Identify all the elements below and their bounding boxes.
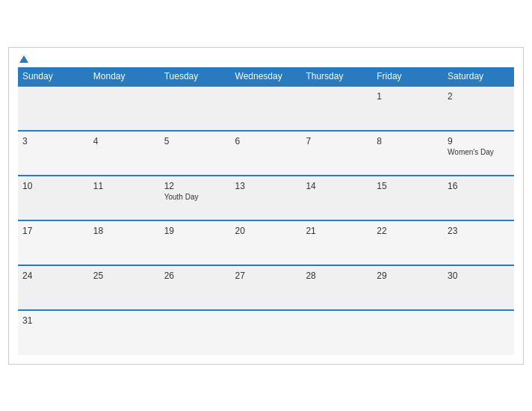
calendar-cell: 23 xyxy=(443,220,514,265)
calendar-cell: 7 xyxy=(301,131,372,176)
day-number: 26 xyxy=(164,271,226,281)
calendar-cell xyxy=(372,310,443,355)
calendar-cell xyxy=(231,310,302,355)
day-number: 29 xyxy=(377,271,439,281)
calendar-cell: 26 xyxy=(160,265,231,310)
calendar-cell: 31 xyxy=(18,310,89,355)
logo-triangle-icon xyxy=(19,55,28,63)
day-number: 24 xyxy=(22,271,84,281)
day-number: 21 xyxy=(306,226,368,236)
calendar-cell: 8 xyxy=(372,131,443,176)
day-number: 10 xyxy=(22,181,84,191)
calendar-cell: 10 xyxy=(18,176,89,220)
calendar-cell xyxy=(160,86,231,131)
calendar-cell xyxy=(301,310,372,355)
weekday-header-monday: Monday xyxy=(89,67,160,86)
day-number: 7 xyxy=(306,136,368,146)
calendar-cell: 11 xyxy=(89,176,160,220)
calendar-cell: 6 xyxy=(231,131,302,176)
calendar-cell: 25 xyxy=(89,265,160,310)
calendar-wrapper: SundayMondayTuesdayWednesdayThursdayFrid… xyxy=(8,47,524,365)
day-number: 15 xyxy=(377,181,439,191)
calendar-cell: 3 xyxy=(18,131,89,176)
calendar-cell: 24 xyxy=(18,265,89,310)
calendar-cell xyxy=(301,86,372,131)
calendar-cell: 28 xyxy=(301,265,372,310)
week-row-3: 101112Youth Day13141516 xyxy=(18,176,514,220)
calendar-cell: 1 xyxy=(372,86,443,131)
calendar-cell xyxy=(89,86,160,131)
calendar-cell: 15 xyxy=(372,176,443,220)
day-number: 19 xyxy=(164,226,226,236)
day-number: 3 xyxy=(22,136,84,146)
calendar-cell xyxy=(160,310,231,355)
calendar-cell: 17 xyxy=(18,220,89,265)
day-number: 20 xyxy=(235,226,297,236)
weekday-header-saturday: Saturday xyxy=(443,67,514,86)
calendar-cell xyxy=(231,86,302,131)
week-row-1: 12 xyxy=(18,86,514,131)
calendar-cell: 18 xyxy=(89,220,160,265)
calendar-cell: 4 xyxy=(89,131,160,176)
day-number: 16 xyxy=(448,181,510,191)
holiday-name: Youth Day xyxy=(164,193,226,201)
day-number: 4 xyxy=(93,136,155,146)
calendar-cell xyxy=(89,310,160,355)
calendar-cell: 30 xyxy=(443,265,514,310)
week-row-5: 24252627282930 xyxy=(18,265,514,310)
holiday-name: Women's Day xyxy=(448,148,510,156)
calendar-cell: 29 xyxy=(372,265,443,310)
logo xyxy=(18,55,28,63)
week-row-6: 31 xyxy=(18,310,514,355)
weekday-header-sunday: Sunday xyxy=(18,67,89,86)
calendar-cell: 20 xyxy=(231,220,302,265)
day-number: 25 xyxy=(93,271,155,281)
day-number: 28 xyxy=(306,271,368,281)
day-number: 17 xyxy=(22,226,84,236)
day-number: 31 xyxy=(22,315,84,326)
weekday-header-wednesday: Wednesday xyxy=(231,67,302,86)
day-number: 18 xyxy=(93,226,155,236)
calendar-cell: 22 xyxy=(372,220,443,265)
week-row-4: 17181920212223 xyxy=(18,220,514,265)
day-number: 30 xyxy=(448,271,510,281)
week-row-2: 3456789Women's Day xyxy=(18,131,514,176)
calendar-cell: 16 xyxy=(443,176,514,220)
calendar-cell xyxy=(18,86,89,131)
calendar-cell: 12Youth Day xyxy=(160,176,231,220)
weekday-header-row: SundayMondayTuesdayWednesdayThursdayFrid… xyxy=(18,67,514,86)
day-number: 1 xyxy=(377,91,439,102)
calendar-cell: 19 xyxy=(160,220,231,265)
calendar-header xyxy=(18,55,514,63)
calendar-cell: 5 xyxy=(160,131,231,176)
calendar-cell: 13 xyxy=(231,176,302,220)
weekday-header-thursday: Thursday xyxy=(301,67,372,86)
day-number: 8 xyxy=(377,136,439,146)
day-number: 2 xyxy=(448,91,510,102)
day-number: 13 xyxy=(235,181,297,191)
calendar-cell xyxy=(443,310,514,355)
calendar-cell: 2 xyxy=(443,86,514,131)
day-number: 12 xyxy=(164,181,226,191)
weekday-header-friday: Friday xyxy=(372,67,443,86)
day-number: 23 xyxy=(448,226,510,236)
day-number: 5 xyxy=(164,136,226,146)
day-number: 22 xyxy=(377,226,439,236)
calendar-cell: 9Women's Day xyxy=(443,131,514,176)
day-number: 6 xyxy=(235,136,297,146)
day-number: 14 xyxy=(306,181,368,191)
day-number: 11 xyxy=(93,181,155,191)
day-number: 27 xyxy=(235,271,297,281)
calendar-cell: 14 xyxy=(301,176,372,220)
day-number: 9 xyxy=(448,136,510,146)
calendar-cell: 27 xyxy=(231,265,302,310)
weekday-header-tuesday: Tuesday xyxy=(160,67,231,86)
calendar-cell: 21 xyxy=(301,220,372,265)
calendar-table: SundayMondayTuesdayWednesdayThursdayFrid… xyxy=(18,67,514,355)
